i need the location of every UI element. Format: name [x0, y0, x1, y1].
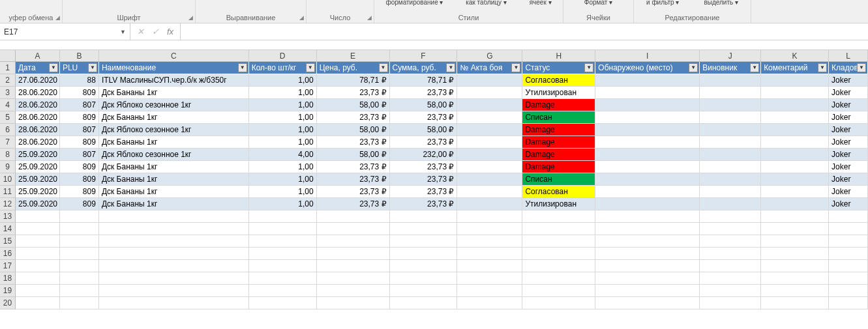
status-cell[interactable]: Утилизирован	[522, 87, 595, 99]
cell[interactable]	[317, 272, 390, 285]
cell[interactable]	[522, 248, 595, 260]
cell[interactable]	[16, 260, 60, 272]
status-cell[interactable]: Согласован	[522, 186, 595, 198]
cell[interactable]	[595, 285, 700, 297]
cell[interactable]: 809	[60, 186, 99, 198]
cell[interactable]	[16, 210, 60, 223]
table-header-cell[interactable]: Коментарий▼	[761, 62, 829, 74]
cell[interactable]	[595, 260, 700, 272]
cell[interactable]	[317, 297, 390, 309]
cell[interactable]: Joker	[829, 198, 868, 210]
cell[interactable]: 78,71 ₽	[390, 74, 458, 87]
cell[interactable]	[16, 285, 60, 297]
cell[interactable]	[761, 223, 829, 235]
table-header-cell[interactable]: Дата▼	[16, 62, 60, 74]
filter-dropdown-icon[interactable]: ▼	[750, 63, 759, 72]
cell[interactable]	[16, 272, 60, 285]
cell[interactable]	[522, 297, 595, 309]
cell[interactable]	[522, 223, 595, 235]
cell[interactable]	[700, 272, 761, 285]
table-header-cell[interactable]: Виновник▼	[700, 62, 761, 74]
select-all-corner[interactable]	[0, 50, 16, 61]
cell[interactable]	[99, 260, 249, 272]
row-header[interactable]: 6	[0, 124, 16, 136]
status-cell[interactable]: Списан	[522, 173, 595, 186]
cell[interactable]	[457, 99, 522, 111]
cell[interactable]: 23,73 ₽	[317, 87, 390, 99]
cell[interactable]	[700, 285, 761, 297]
ribbon-top-label[interactable]: выделить ▾	[701, 0, 741, 6]
cell[interactable]	[761, 173, 829, 186]
cell[interactable]: 25.09.2020	[16, 173, 60, 186]
cell[interactable]: Joker	[829, 186, 868, 198]
row-header[interactable]: 2	[0, 74, 16, 87]
col-header-L[interactable]: L	[829, 50, 868, 61]
cell[interactable]	[595, 186, 700, 198]
cell[interactable]: Joker	[829, 87, 868, 99]
cell[interactable]: 807	[60, 124, 99, 136]
cell[interactable]: Дск Яблоко сезонное 1кг	[99, 99, 249, 111]
filter-dropdown-icon[interactable]: ▼	[511, 63, 520, 72]
cell[interactable]: 88	[60, 74, 99, 87]
cell[interactable]	[457, 260, 522, 272]
cell[interactable]: 809	[60, 161, 99, 173]
cell[interactable]	[761, 111, 829, 124]
cell[interactable]: Дск Бананы 1кг	[99, 136, 249, 149]
table-header-cell[interactable]: Кладовщ▼	[829, 62, 868, 74]
cell[interactable]: Joker	[829, 161, 868, 173]
col-header-J[interactable]: J	[700, 50, 761, 61]
row-header[interactable]: 9	[0, 161, 16, 173]
status-cell[interactable]: Damage	[522, 149, 595, 161]
cell[interactable]: Joker	[829, 124, 868, 136]
cell[interactable]	[249, 260, 317, 272]
cell[interactable]	[700, 124, 761, 136]
filter-dropdown-icon[interactable]: ▼	[857, 63, 866, 72]
cell[interactable]: 23,73 ₽	[317, 173, 390, 186]
cell[interactable]: 809	[60, 136, 99, 149]
status-cell[interactable]: Damage	[522, 99, 595, 111]
row-header[interactable]: 19	[0, 285, 16, 297]
filter-dropdown-icon[interactable]: ▼	[49, 63, 58, 72]
cell[interactable]	[317, 210, 390, 223]
cell[interactable]	[457, 74, 522, 87]
row-header[interactable]: 8	[0, 149, 16, 161]
cell[interactable]: Joker	[829, 136, 868, 149]
cell[interactable]	[457, 124, 522, 136]
cell[interactable]: 58,00 ₽	[317, 124, 390, 136]
row-header[interactable]: 14	[0, 223, 16, 235]
cell[interactable]	[249, 223, 317, 235]
filter-dropdown-icon[interactable]: ▼	[88, 63, 97, 72]
col-header-D[interactable]: D	[249, 50, 317, 61]
cell[interactable]	[700, 297, 761, 309]
table-header-cell[interactable]: Обнаружено (место)▼	[595, 62, 700, 74]
status-cell[interactable]: Damage	[522, 124, 595, 136]
ribbon-expand-icon[interactable]: ◢	[55, 14, 60, 21]
ribbon-expand-icon[interactable]: ◢	[367, 14, 372, 21]
cell[interactable]: Дск Бананы 1кг	[99, 173, 249, 186]
cell[interactable]: Дск Бананы 1кг	[99, 87, 249, 99]
cell[interactable]	[595, 173, 700, 186]
name-box-dropdown-icon[interactable]: ▼	[120, 29, 126, 35]
cell[interactable]	[99, 297, 249, 309]
status-cell[interactable]: Списан	[522, 111, 595, 124]
table-header-cell[interactable]: Сумма, руб.▼	[390, 62, 458, 74]
cell[interactable]: Дск Бананы 1кг	[99, 111, 249, 124]
cell[interactable]	[317, 223, 390, 235]
cell[interactable]	[457, 186, 522, 198]
cell[interactable]: 58,00 ₽	[390, 99, 458, 111]
status-cell[interactable]: Согласован	[522, 74, 595, 87]
cell[interactable]: 28.06.2020	[16, 124, 60, 136]
cell[interactable]	[390, 272, 458, 285]
cell[interactable]: 23,73 ₽	[390, 111, 458, 124]
ribbon-top-label[interactable]: как таблицу ▾	[463, 0, 509, 6]
row-header[interactable]: 17	[0, 260, 16, 272]
cell[interactable]	[60, 223, 99, 235]
cell[interactable]: 28.06.2020	[16, 99, 60, 111]
cell[interactable]: 58,00 ₽	[390, 124, 458, 136]
filter-dropdown-icon[interactable]: ▼	[238, 63, 247, 72]
cell[interactable]: 25.09.2020	[16, 161, 60, 173]
cell[interactable]	[700, 99, 761, 111]
cell[interactable]	[700, 136, 761, 149]
cell[interactable]: 28.06.2020	[16, 111, 60, 124]
cell[interactable]: 1,00	[249, 87, 317, 99]
